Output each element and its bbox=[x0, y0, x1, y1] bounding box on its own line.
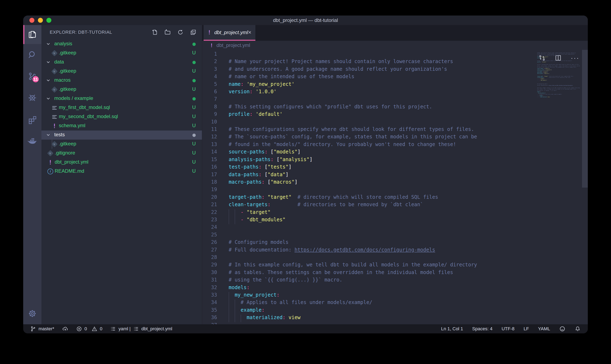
code-line-16[interactable]: 16test-paths: ["tests"] bbox=[202, 164, 588, 171]
tree-item--gitkeep[interactable]: ⑂.gitkeepU bbox=[42, 49, 202, 58]
code-line-26[interactable]: 26# Configuring models bbox=[202, 239, 588, 247]
tree-item-label: models / example bbox=[54, 95, 93, 101]
tree-item-analysis[interactable]: analysis bbox=[42, 39, 202, 49]
editor-scrollbar[interactable] bbox=[582, 50, 588, 188]
git-untracked-badge: U bbox=[192, 159, 196, 165]
code-line-27[interactable]: 27# Full documentation: https://docs.get… bbox=[202, 247, 588, 254]
activity-item-source-control[interactable]: 11 bbox=[23, 65, 42, 87]
code-line-20[interactable]: 20target-path: "target" # directory whic… bbox=[202, 194, 588, 202]
new-folder-icon[interactable] bbox=[164, 29, 171, 36]
code-line-13[interactable]: 13# found in the "models/" directory. Yo… bbox=[202, 142, 588, 149]
active-file-label: dbt_project.yml bbox=[141, 326, 172, 332]
code-line-19[interactable]: 19 bbox=[202, 187, 588, 194]
code-line-12[interactable]: 12# The `source-paths` config, for examp… bbox=[202, 134, 588, 141]
git-untracked-badge: U bbox=[192, 150, 196, 156]
code-line-4[interactable]: 4# name or the intended use of these mod… bbox=[202, 74, 588, 81]
code-line-23[interactable]: 23 - "dbt_modules" bbox=[202, 217, 588, 224]
feedback-smiley-icon[interactable] bbox=[559, 326, 565, 332]
tree-item-macros[interactable]: macros bbox=[42, 76, 202, 85]
tree-item-my-second-dbt-model-sql[interactable]: my_second_dbt_model.sqlU bbox=[42, 112, 202, 121]
tab-dbt-project-yml[interactable]: ! dbt_project.yml × bbox=[204, 25, 255, 41]
code-line-14[interactable]: 14source-paths: ["models"] bbox=[202, 149, 588, 156]
git-modified-dot-badge bbox=[193, 97, 196, 101]
code-line-29[interactable]: 29# In this example config, we tell dbt … bbox=[202, 262, 588, 269]
notifications-bell-icon[interactable] bbox=[575, 326, 581, 332]
code-line-35[interactable]: 35 example: bbox=[202, 307, 588, 314]
tree-item-data[interactable]: data bbox=[42, 58, 202, 67]
line-number: 27 bbox=[202, 247, 217, 254]
code-line-22[interactable]: 22 - "target" bbox=[202, 209, 588, 217]
code-line-6: version: '1.0.0' bbox=[537, 57, 545, 59]
tree-item-dbt-project-yml[interactable]: !dbt_project.ymlU bbox=[42, 158, 202, 167]
minimize-window-button[interactable] bbox=[38, 18, 43, 23]
file-language-indicator[interactable]: yaml | dbt_project.yml bbox=[110, 326, 172, 332]
zoom-window-button[interactable] bbox=[46, 18, 51, 23]
tree-item--gitignore[interactable]: ⑂.gitignoreU bbox=[42, 149, 202, 158]
line-number: 25 bbox=[202, 232, 217, 239]
git-branch-indicator[interactable]: master* bbox=[30, 326, 54, 332]
code-line-25[interactable]: 25 bbox=[202, 232, 588, 239]
activity-item-settings[interactable] bbox=[23, 303, 42, 324]
line-number: 22 bbox=[202, 209, 217, 217]
breadcrumb[interactable]: ! dbt_project.yml bbox=[202, 41, 588, 50]
tree-item-tests[interactable]: tests bbox=[42, 130, 202, 140]
new-file-icon[interactable] bbox=[152, 29, 158, 36]
line-number: 10 bbox=[202, 119, 217, 126]
code-line-5[interactable]: 5name: 'my_new_project' bbox=[202, 81, 588, 89]
tree-item-my-first-dbt-model-sql[interactable]: my_first_dbt_model.sqlU bbox=[42, 103, 202, 112]
code-line-8[interactable]: 8# This setting configures which "profil… bbox=[202, 104, 588, 111]
line-number: 19 bbox=[202, 187, 217, 194]
line-number: 28 bbox=[202, 254, 217, 262]
tree-item--gitkeep[interactable]: ⑂.gitkeepU bbox=[42, 140, 202, 149]
code-line-2[interactable]: 2# Name your project! Project names shou… bbox=[202, 59, 588, 66]
tree-item-schema-yml[interactable]: !schema.ymlU bbox=[42, 121, 202, 130]
refresh-icon[interactable] bbox=[177, 29, 184, 36]
code-line-6[interactable]: 6version: '1.0.0' bbox=[202, 89, 588, 96]
tree-item-models-example[interactable]: models / example bbox=[42, 94, 202, 103]
code-line-32[interactable]: 32models: bbox=[202, 285, 588, 292]
code-line-23: - "dbt_modules" bbox=[537, 80, 545, 81]
code-text: - "dbt_modules" bbox=[537, 80, 547, 81]
encoding-setting[interactable]: UTF-8 bbox=[502, 326, 514, 332]
code-line-24[interactable]: 24 bbox=[202, 224, 588, 232]
code-line-10[interactable]: 10 bbox=[202, 119, 588, 126]
activity-item-search[interactable] bbox=[23, 44, 42, 65]
code-line-18: macro-paths: ["macros"] bbox=[537, 73, 545, 74]
cursor-position[interactable]: Ln 1, Col 1 bbox=[441, 326, 463, 332]
code-line-37[interactable]: 37 bbox=[202, 322, 588, 324]
collapse-folders-icon[interactable] bbox=[190, 29, 196, 36]
code-line-11[interactable]: 11# These configurations specify where d… bbox=[202, 126, 588, 134]
minimap[interactable]: # Name your project! Project names shoul… bbox=[537, 51, 582, 138]
code-line-1[interactable]: 1 bbox=[202, 51, 588, 59]
code-line-33[interactable]: 33 my_new_project: bbox=[202, 292, 588, 299]
code-line-30[interactable]: 30# as tables. These settings can be ove… bbox=[202, 270, 588, 277]
problems-indicator[interactable]: 0 0 bbox=[76, 326, 102, 332]
tree-item--gitkeep[interactable]: ⑂.gitkeepU bbox=[42, 67, 202, 76]
activity-item-explorer[interactable] bbox=[23, 25, 42, 44]
close-tab-icon[interactable]: × bbox=[248, 30, 251, 35]
code-line-28[interactable]: 28 bbox=[202, 254, 588, 262]
code-line-17[interactable]: 17data-paths: ["data"] bbox=[202, 172, 588, 179]
code-line-7[interactable]: 7 bbox=[202, 96, 588, 104]
line-number: 14 bbox=[202, 149, 217, 156]
code-line-21[interactable]: 21clean-targets: # directories to be rem… bbox=[202, 202, 588, 209]
activity-item-extensions[interactable] bbox=[23, 109, 42, 130]
language-mode[interactable]: YAML bbox=[538, 326, 550, 332]
tree-item-readme-md[interactable]: iREADME.mdU bbox=[42, 167, 202, 176]
eol-setting[interactable]: LF bbox=[524, 326, 529, 332]
code-text: # Applies to all files under models/exam… bbox=[229, 299, 372, 307]
code-line-36[interactable]: 36 materialized: view bbox=[202, 314, 588, 322]
code-line-18[interactable]: 18macro-paths: ["macros"] bbox=[202, 179, 588, 187]
code-line-3[interactable]: 3# and underscores. A good package name … bbox=[202, 66, 588, 74]
code-line-9[interactable]: 9profile: 'default' bbox=[202, 111, 588, 119]
code-line-34[interactable]: 34 # Applies to all files under models/e… bbox=[202, 299, 588, 307]
close-window-button[interactable] bbox=[29, 18, 34, 23]
activity-item-docker[interactable] bbox=[23, 130, 42, 152]
sync-changes[interactable] bbox=[62, 326, 68, 332]
tree-item--gitkeep[interactable]: ⑂.gitkeepU bbox=[42, 85, 202, 94]
code-line-15[interactable]: 15analysis-paths: ["analysis"] bbox=[202, 156, 588, 164]
code-line-31[interactable]: 31# using the `{{ config(...) }}` macro. bbox=[202, 277, 588, 284]
code-editor[interactable]: 12# Name your project! Project names sho… bbox=[202, 50, 588, 324]
activity-item-run-debug[interactable] bbox=[23, 87, 42, 109]
indentation-setting[interactable]: Spaces: 4 bbox=[472, 326, 493, 332]
